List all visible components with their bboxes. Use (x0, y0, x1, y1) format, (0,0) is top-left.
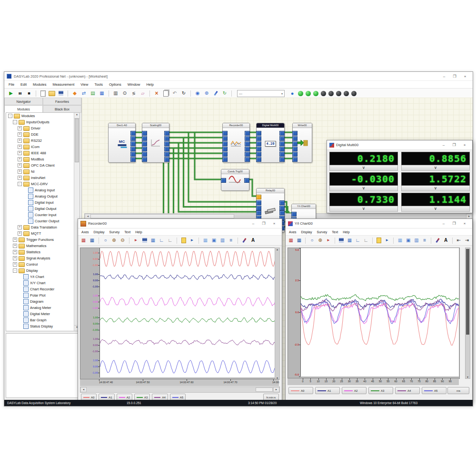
menu-edit[interactable]: Edit (20, 82, 27, 87)
output-pin[interactable] (164, 141, 169, 146)
yt-tool-fit-start-icon[interactable]: ⇤ (455, 237, 463, 245)
output-pin[interactable] (164, 152, 169, 157)
tree-item-x-y-chart[interactable]: X/Y Chart (6, 280, 79, 286)
recorder-tool-cascade-windows-icon[interactable]: ▣ (210, 237, 218, 245)
collapse-icon[interactable]: - (8, 114, 12, 118)
tree-item-opc-da-client[interactable]: +OPC DA Client (6, 162, 79, 169)
meter-unit[interactable]: V (329, 206, 398, 212)
close-button[interactable]: × (459, 143, 470, 147)
expand-icon[interactable]: + (18, 225, 22, 229)
tree-item-bar-graph[interactable]: Bar Graph (6, 317, 79, 323)
recorder-tool-tile-windows-icon[interactable]: ▦ (201, 237, 209, 245)
toolbar-module-connect-icon[interactable]: ⇄ (79, 89, 88, 98)
input-pin[interactable] (256, 200, 261, 205)
recorder-titlebar[interactable]: Recorder00 – ❐ × (78, 219, 282, 228)
measurement-combo[interactable]: ---▾ (237, 90, 285, 97)
menu-window[interactable]: Window (128, 82, 140, 87)
toolbar-timebase-icon[interactable]: ▥ (111, 89, 120, 98)
meter-unit[interactable]: V (329, 165, 398, 171)
output-pin[interactable] (245, 131, 250, 136)
legend-button-A3[interactable]: A3 (368, 387, 393, 394)
toolbar-undo-icon[interactable]: ↶ (170, 89, 179, 98)
tree-item-mathematics[interactable]: +Mathematics (6, 243, 79, 249)
yt-tool-cascade-windows-icon[interactable]: ▣ (405, 237, 412, 245)
expand-icon[interactable]: + (13, 244, 17, 248)
input-pin[interactable] (256, 141, 261, 146)
expand-icon[interactable]: + (18, 157, 22, 161)
input-pin[interactable] (292, 157, 298, 162)
expand-icon[interactable]: + (18, 163, 22, 168)
toolbar-worksheet-setup-icon[interactable]: ◆ (70, 89, 79, 98)
input-pin[interactable] (222, 147, 228, 151)
tree-scroll-thumb[interactable] (75, 119, 79, 162)
recorder-menu-survey[interactable]: Survey (109, 230, 120, 234)
recorder-tool-display-colors-icon[interactable]: ▦ (79, 237, 88, 245)
toolbar-new-worksheet-icon[interactable] (39, 89, 47, 98)
expand-icon[interactable]: + (13, 238, 17, 242)
recorder-menu-axes[interactable]: Axes (81, 230, 89, 234)
tree-item-signal-analysis[interactable]: +Signal Analysis (6, 255, 79, 261)
legend-button-A5[interactable]: A5 (422, 387, 446, 394)
scroll-down-icon[interactable]: ▼ (466, 376, 470, 378)
meter-unit[interactable]: V (401, 186, 470, 191)
tree-item-mcc-drv[interactable]: -MCC-DRV (6, 181, 79, 187)
yt-tool-list-icon[interactable]: ≡ (421, 237, 428, 245)
recorder-tool-list-icon[interactable]: ≡ (227, 237, 235, 245)
input-pin[interactable] (142, 147, 147, 151)
output-pin[interactable] (164, 131, 169, 136)
recorder-hscroll-thumb[interactable] (256, 387, 273, 392)
input-pin[interactable] (256, 210, 261, 215)
toolbar-open-worksheet-icon[interactable] (48, 89, 56, 98)
tree-item-statistics[interactable]: +Statistics (6, 249, 79, 255)
input-pin[interactable] (222, 136, 228, 141)
input-pin[interactable] (291, 212, 297, 217)
module-recorder[interactable]: Recorder00 (222, 123, 250, 163)
tree-item-polar-plot[interactable]: Polar Plot (6, 292, 79, 298)
toolbar-sync-icon[interactable]: ↻ (220, 89, 229, 98)
tree-item-digital-meter[interactable]: Digital Meter (6, 311, 79, 317)
recorder-tool-zoom-in-icon[interactable]: ⊕ (110, 237, 118, 245)
output-pin[interactable] (164, 157, 169, 162)
legend-button-A1[interactable]: A1 (315, 387, 340, 394)
toolbar-pause-icon[interactable]: ▮▮ (16, 89, 24, 98)
yt-tool-cursor-icon[interactable]: ► (325, 237, 332, 245)
tree-item-ieee-488[interactable]: +IEEE 488 (6, 150, 79, 156)
maximize-button[interactable]: ❐ (449, 143, 459, 147)
input-pin[interactable] (292, 136, 298, 141)
recorder-tool-scale-xt-icon[interactable]: ∟ (166, 237, 174, 245)
minimize-button[interactable]: – (248, 221, 258, 226)
module-scaling[interactable]: Scaling00 (142, 123, 169, 163)
expand-icon[interactable]: + (18, 145, 22, 149)
output-pin[interactable] (130, 136, 136, 141)
output-pin[interactable] (245, 147, 250, 151)
tree-item-modbus[interactable]: +ModBus (6, 156, 79, 162)
input-pin[interactable] (292, 141, 298, 146)
tree-item-digital-output[interactable]: Digital Output (6, 206, 79, 212)
input-pin[interactable] (142, 136, 147, 141)
recorder-tool-save-data-icon[interactable] (140, 237, 149, 245)
tree-item-driver[interactable]: +Driver (6, 125, 79, 131)
yt-menu-axes[interactable]: Axes (289, 230, 297, 234)
tab-navigator[interactable]: Navigator (4, 98, 43, 105)
tree-item-control[interactable]: +Control (6, 261, 79, 268)
recorder-tool-note-icon[interactable] (179, 237, 188, 245)
module-write[interactable]: Write00 (292, 123, 312, 163)
toolbar-copy-icon[interactable] (161, 89, 170, 98)
collapse-icon[interactable]: - (13, 268, 17, 273)
meter-unit[interactable]: V (401, 206, 470, 212)
recorder-tool-zoom-icon[interactable]: ○ (101, 237, 109, 245)
output-pin[interactable] (164, 147, 169, 151)
yt-menu-survey[interactable]: Survey (317, 230, 327, 234)
input-pin[interactable] (222, 141, 228, 146)
output-pin[interactable] (130, 152, 136, 157)
recorder-vscrollbar[interactable]: ▲▼ (275, 248, 280, 380)
tab-modules[interactable]: Modules (4, 105, 43, 113)
tree-item-dde[interactable]: +DDE (6, 131, 79, 138)
yt-tool-save-data-icon[interactable] (337, 237, 345, 245)
input-pin[interactable] (222, 131, 228, 136)
tree-item-instrunet[interactable]: +instruNet (6, 175, 79, 181)
tree-item-y-t-chart[interactable]: Y/t Chart (6, 274, 79, 280)
yt-tool-zoom-in-icon[interactable]: ⊕ (317, 237, 324, 245)
output-pin[interactable] (279, 141, 285, 146)
tree-item-analog-output[interactable]: Analog Output (6, 193, 79, 199)
